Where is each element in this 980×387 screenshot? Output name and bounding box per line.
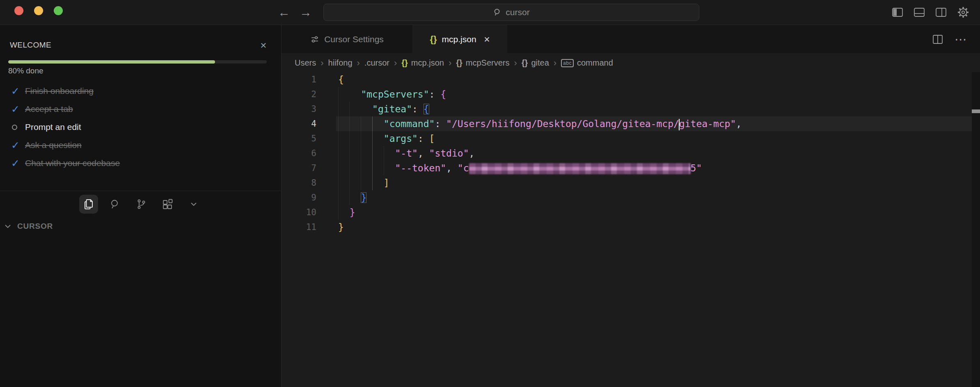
breadcrumb-item[interactable]: {}mcpServers bbox=[456, 58, 509, 68]
line-number: 5 bbox=[282, 131, 316, 146]
code-line[interactable]: 10 } bbox=[282, 205, 980, 220]
onboarding-progress-bar bbox=[8, 60, 267, 64]
line-content: "--token", "c5" bbox=[316, 161, 702, 175]
window-minimize-button[interactable] bbox=[34, 6, 43, 15]
checklist-item[interactable]: Prompt an edit bbox=[0, 118, 282, 136]
tab-close-icon[interactable]: ✕ bbox=[484, 35, 490, 44]
checklist-item[interactable]: ✓Chat with your codebase bbox=[0, 154, 282, 172]
code-line[interactable]: 4 "command": "/Users/hiifong/Desktop/Gol… bbox=[282, 116, 980, 131]
split-editor-icon[interactable] bbox=[932, 34, 943, 44]
code-lines: 1{2 "mcpServers": {3 "gitea": {4 "comman… bbox=[282, 72, 980, 234]
breadcrumb-separator: › bbox=[321, 58, 323, 68]
chevron-down-icon[interactable] bbox=[184, 195, 203, 214]
command-center-search[interactable]: cursor bbox=[323, 4, 699, 21]
checklist-item-label: Chat with your codebase bbox=[25, 158, 120, 168]
settings-gear-icon[interactable] bbox=[957, 6, 969, 18]
braces-icon: {} bbox=[456, 58, 463, 68]
sidebar-welcome-panel: WELCOME ✕ 80% done ✓Finish onboarding✓Ac… bbox=[0, 25, 282, 387]
checklist-item[interactable]: ✓Ask a question bbox=[0, 136, 282, 154]
code-line[interactable]: 5 "args": [ bbox=[282, 131, 980, 146]
line-content: "mcpServers": { bbox=[316, 87, 446, 102]
breadcrumb-separator: › bbox=[357, 58, 360, 68]
checklist-item[interactable]: ✓Accept a tab bbox=[0, 100, 282, 118]
welcome-panel-title: WELCOME bbox=[10, 41, 51, 50]
search-icon[interactable] bbox=[105, 195, 124, 214]
navigate-forward-button[interactable]: → bbox=[298, 5, 314, 20]
code-line[interactable]: 2 "mcpServers": { bbox=[282, 87, 980, 102]
line-content: } bbox=[316, 220, 344, 234]
breadcrumb-label: hiifong bbox=[328, 58, 353, 68]
editor-group: Cursor Settings {} mcp.json ✕ ⋯ Users›hi… bbox=[282, 25, 980, 387]
line-content: } bbox=[316, 205, 355, 220]
braces-icon: {} bbox=[401, 58, 408, 68]
search-value: cursor bbox=[506, 7, 529, 17]
checklist-item-label: Accept a tab bbox=[25, 104, 73, 114]
code-line[interactable]: 9 } bbox=[282, 190, 980, 205]
breadcrumb-item[interactable]: {}mcp.json bbox=[401, 58, 444, 68]
code-line[interactable]: 3 "gitea": { bbox=[282, 102, 980, 116]
tab-cursor-settings[interactable]: Cursor Settings bbox=[282, 25, 413, 53]
breadcrumb-item[interactable]: hiifong bbox=[328, 58, 353, 68]
code-editor[interactable]: 1{2 "mcpServers": {3 "gitea": {4 "comman… bbox=[282, 72, 980, 387]
checklist-item-label: Prompt an edit bbox=[25, 122, 81, 132]
section-title: CURSOR bbox=[17, 222, 53, 231]
sidebar-section-cursor[interactable]: CURSOR bbox=[3, 222, 53, 231]
breadcrumb-item[interactable]: .cursor bbox=[364, 58, 389, 68]
toggle-secondary-sidebar-icon[interactable] bbox=[935, 7, 947, 17]
breadcrumb-separator: › bbox=[554, 58, 556, 68]
navigate-back-button[interactable]: ← bbox=[276, 5, 292, 20]
breadcrumb: Users›hiifong›.cursor›{}mcp.json›{}mcpSe… bbox=[282, 54, 980, 72]
line-number: 1 bbox=[282, 72, 316, 87]
code-line[interactable]: 11} bbox=[282, 220, 980, 234]
checklist-item[interactable]: ✓Finish onboarding bbox=[0, 82, 282, 100]
explorer-icon[interactable] bbox=[79, 195, 98, 214]
onboarding-checklist: ✓Finish onboarding✓Accept a tabPrompt an… bbox=[0, 82, 282, 172]
tab-mcp-json[interactable]: {} mcp.json ✕ bbox=[413, 25, 507, 54]
sidebar-divider bbox=[0, 191, 282, 191]
window-zoom-button[interactable] bbox=[54, 6, 63, 15]
line-number: 10 bbox=[282, 205, 316, 220]
more-actions-icon[interactable]: ⋯ bbox=[955, 33, 968, 46]
editor-scrollbar[interactable] bbox=[972, 72, 980, 387]
breadcrumb-separator: › bbox=[514, 58, 517, 68]
redacted-token-value bbox=[469, 163, 691, 174]
sliders-icon bbox=[310, 35, 319, 44]
code-line[interactable]: 8 ] bbox=[282, 175, 980, 190]
line-number: 6 bbox=[282, 146, 316, 161]
circle-icon bbox=[11, 125, 25, 130]
tab-label: Cursor Settings bbox=[324, 34, 384, 44]
section-chevron-down-icon bbox=[3, 222, 12, 231]
braces-icon: {} bbox=[522, 58, 528, 68]
code-line[interactable]: 1{ bbox=[282, 72, 980, 87]
checklist-item-label: Ask a question bbox=[25, 140, 82, 150]
welcome-close-icon[interactable]: ✕ bbox=[258, 40, 269, 51]
overview-ruler-cursor-mark bbox=[972, 109, 980, 113]
line-number: 8 bbox=[282, 175, 316, 190]
line-number: 7 bbox=[282, 161, 316, 175]
cursor-window: ← → cursor bbox=[0, 0, 980, 387]
check-icon: ✓ bbox=[11, 86, 25, 96]
breadcrumb-label: gitea bbox=[531, 58, 549, 68]
titlebar: ← → cursor bbox=[0, 0, 980, 25]
line-content: "gitea": { bbox=[316, 102, 429, 116]
checklist-item-label: Finish onboarding bbox=[25, 86, 94, 96]
source-control-icon[interactable] bbox=[132, 195, 151, 214]
tab-bar: Cursor Settings {} mcp.json ✕ ⋯ bbox=[282, 25, 980, 54]
breadcrumb-item[interactable]: Users bbox=[295, 58, 316, 68]
check-icon: ✓ bbox=[11, 104, 25, 114]
breadcrumb-label: mcpServers bbox=[466, 58, 510, 68]
progress-label: 80% done bbox=[8, 66, 44, 75]
sidebar-toolbar bbox=[79, 195, 203, 214]
line-content: { bbox=[316, 72, 344, 87]
window-close-button[interactable] bbox=[14, 6, 23, 15]
line-content: "args": [ bbox=[316, 131, 435, 146]
breadcrumb-item[interactable]: abccommand bbox=[561, 58, 613, 68]
search-icon bbox=[493, 8, 502, 17]
code-line[interactable]: 7 "--token", "c5" bbox=[282, 161, 980, 175]
tab-label: mcp.json bbox=[442, 34, 476, 44]
toggle-primary-sidebar-icon[interactable] bbox=[892, 7, 903, 17]
code-line[interactable]: 6 "-t", "stdio", bbox=[282, 146, 980, 161]
toggle-panel-icon[interactable] bbox=[914, 7, 925, 17]
extensions-icon[interactable] bbox=[158, 195, 177, 214]
breadcrumb-item[interactable]: {}gitea bbox=[522, 58, 549, 68]
